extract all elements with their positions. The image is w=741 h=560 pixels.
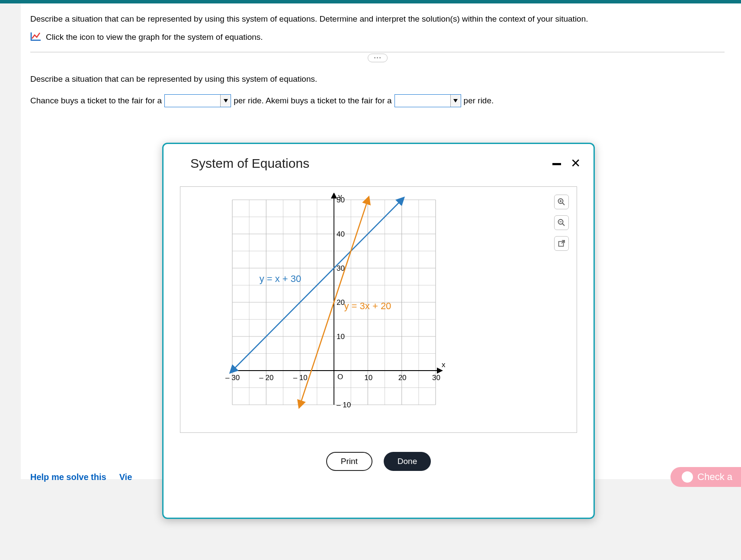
question-prompt: Describe a situation that can be represe…: [30, 13, 725, 26]
svg-text:– 10: – 10: [337, 401, 351, 409]
popout-button[interactable]: [554, 236, 569, 251]
system-of-equations-chart: – 30– 20– 10O102030– 101020304050xyy = x…: [224, 193, 449, 418]
view-example-link[interactable]: Vie: [119, 472, 132, 482]
chance-amount-combo[interactable]: [164, 94, 231, 107]
akemi-amount-dropdown[interactable]: [450, 95, 461, 107]
svg-text:– 10: – 10: [293, 374, 308, 382]
svg-line-5: [562, 224, 565, 226]
svg-text:30: 30: [432, 374, 440, 382]
svg-text:20: 20: [398, 374, 407, 382]
sentence-part-3: per ride.: [464, 96, 494, 106]
akemi-amount-input[interactable]: [395, 95, 450, 107]
svg-text:– 20: – 20: [259, 374, 273, 382]
svg-text:y = 3x + 20: y = 3x + 20: [344, 301, 391, 311]
graph-modal: System of Equations ✕ –: [162, 143, 595, 519]
sentence-part-2: per ride. Akemi buys a ticket to the fai…: [234, 96, 391, 106]
modal-title: System of Equations: [190, 156, 309, 171]
icon-hint-text: Click the icon to view the graph for the…: [46, 32, 263, 42]
svg-text:y: y: [338, 193, 342, 201]
sub-prompt: Describe a situation that can be represe…: [30, 74, 725, 84]
svg-text:x: x: [442, 361, 446, 369]
akemi-amount-combo[interactable]: [395, 94, 461, 107]
chart-container: – 30– 20– 10O102030– 101020304050xyy = x…: [180, 186, 577, 433]
check-answer-button[interactable]: Check a: [670, 467, 741, 487]
close-icon[interactable]: ✕: [571, 157, 581, 170]
svg-text:20: 20: [337, 298, 345, 307]
chart-icon[interactable]: [30, 32, 42, 43]
svg-text:– 30: – 30: [225, 374, 240, 382]
chance-amount-dropdown[interactable]: [220, 95, 231, 107]
svg-text:30: 30: [337, 264, 345, 272]
check-answer-label: Check a: [697, 471, 732, 483]
sentence-part-1: Chance buys a ticket to the fair for a: [30, 96, 162, 106]
zoom-in-button[interactable]: [554, 195, 569, 209]
svg-line-8: [561, 240, 565, 243]
done-button[interactable]: Done: [384, 452, 431, 471]
chevron-down-icon: [453, 99, 458, 102]
svg-text:O: O: [337, 373, 343, 381]
minimize-icon[interactable]: [552, 163, 561, 165]
svg-text:10: 10: [364, 374, 372, 382]
print-button[interactable]: Print: [326, 452, 372, 471]
divider: [30, 52, 725, 52]
chance-amount-input[interactable]: [165, 95, 220, 107]
expand-pill[interactable]: [368, 54, 388, 62]
svg-text:40: 40: [337, 230, 345, 238]
zoom-out-button[interactable]: [554, 215, 569, 230]
check-circle-icon: [682, 471, 693, 483]
help-link[interactable]: Help me solve this: [30, 472, 106, 482]
chevron-down-icon: [224, 99, 228, 102]
svg-text:10: 10: [337, 333, 345, 341]
fill-sentence: Chance buys a ticket to the fair for a p…: [30, 94, 725, 107]
svg-text:y = x + 30: y = x + 30: [260, 273, 302, 284]
svg-line-1: [562, 203, 565, 205]
